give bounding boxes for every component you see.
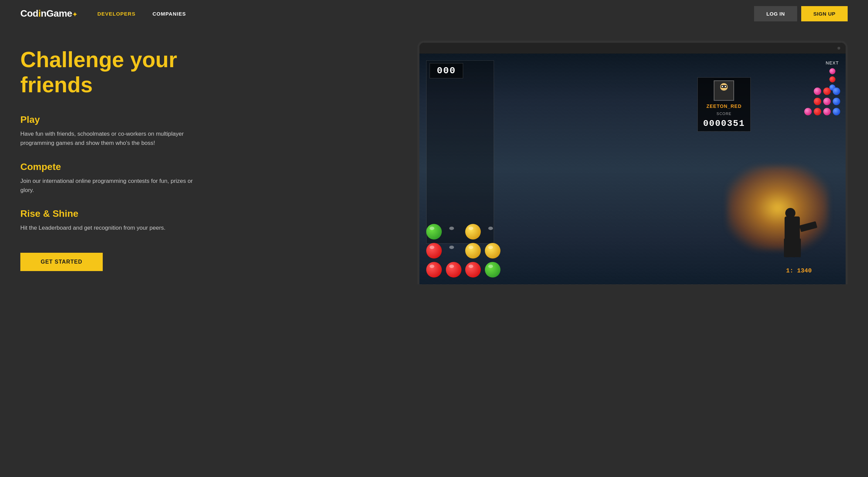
feature-play-desc: Have fun with friends, schoolmates or co… xyxy=(20,129,197,148)
right-ball-row-3 xyxy=(804,108,840,115)
next-label: NEXT xyxy=(826,60,839,65)
avatar-head xyxy=(720,83,728,91)
signup-button[interactable]: SIGN UP xyxy=(801,6,848,21)
bottom-balls-grid xyxy=(426,224,501,278)
nav-links: DEVELOPERS COMPANIES xyxy=(97,11,186,17)
navbar: CodinGame✦ DEVELOPERS COMPANIES LOG IN S… xyxy=(0,0,868,27)
right-balls-panel xyxy=(804,88,840,115)
cta-button[interactable]: GET STARTED xyxy=(20,253,103,271)
next-piece-1 xyxy=(829,68,835,74)
score-top-panel: 000 xyxy=(430,63,463,78)
feature-compete: Compete Join our international online pr… xyxy=(20,161,404,195)
ball-y3 xyxy=(485,243,500,259)
login-button[interactable]: LOG IN xyxy=(754,6,797,21)
nav-companies[interactable]: COMPANIES xyxy=(153,11,186,17)
avatar-figure xyxy=(716,83,731,98)
right-ball-row-2 xyxy=(804,98,840,105)
small-ball-7 xyxy=(804,108,812,115)
left-content: Challenge your friends Play Have fun wit… xyxy=(20,41,417,271)
score-label: SCORE xyxy=(716,112,731,116)
tablet-frame: 000 ZEETON_RED SCORE xyxy=(417,41,848,284)
small-ball-4 xyxy=(814,98,821,105)
logo[interactable]: CodinGame✦ xyxy=(20,8,77,19)
small-ball-3 xyxy=(833,88,840,95)
feature-rise-desc: Hit the Leaderboard and get recognition … xyxy=(20,223,197,232)
ball-g2 xyxy=(485,262,500,278)
feature-play: Play Have fun with friends, schoolmates … xyxy=(20,114,404,148)
right-ball-row-1 xyxy=(804,88,840,95)
player-avatar xyxy=(714,80,734,101)
ball-empty-2 xyxy=(485,224,500,240)
small-ball-10 xyxy=(833,108,840,115)
ball-y1 xyxy=(465,224,481,240)
feature-compete-desc: Join our international online programmin… xyxy=(20,176,197,195)
main-container: Challenge your friends Play Have fun wit… xyxy=(0,27,868,477)
logo-text: CodinGame✦ xyxy=(20,8,77,19)
right-content: 000 ZEETON_RED SCORE xyxy=(417,41,848,284)
small-ball-9 xyxy=(823,108,831,115)
small-ball-1 xyxy=(814,88,821,95)
ball-y2 xyxy=(465,243,481,259)
player-panel: ZEETON_RED SCORE 0000351 xyxy=(697,77,751,132)
feature-rise-title: Rise & Shine xyxy=(20,208,404,219)
tablet-top-bar xyxy=(419,43,846,54)
nav-developers[interactable]: DEVELOPERS xyxy=(97,11,136,17)
ball-r1 xyxy=(426,243,442,259)
bottom-score: 1: 1340 xyxy=(786,267,812,274)
nav-left: CodinGame✦ DEVELOPERS COMPANIES xyxy=(20,8,186,19)
feature-rise: Rise & Shine Hit the Leaderboard and get… xyxy=(20,208,404,232)
small-ball-5 xyxy=(823,98,831,105)
feature-compete-title: Compete xyxy=(20,161,404,172)
tablet-camera xyxy=(837,47,840,50)
feature-play-title: Play xyxy=(20,114,404,125)
ball-g1 xyxy=(426,224,442,240)
hero-title: Challenge your friends xyxy=(20,47,404,97)
ball-empty-1 xyxy=(446,224,461,240)
small-ball-8 xyxy=(814,108,821,115)
ball-r4 xyxy=(465,262,481,278)
ball-r2 xyxy=(426,262,442,278)
ball-empty-3 xyxy=(446,243,461,259)
nav-actions: LOG IN SIGN UP xyxy=(754,6,848,21)
small-ball-6 xyxy=(833,98,840,105)
ball-r3 xyxy=(446,262,461,278)
game-left-box xyxy=(426,60,494,244)
next-piece-2 xyxy=(829,76,835,82)
game-screen: 000 ZEETON_RED SCORE xyxy=(419,54,846,284)
score-top-number: 000 xyxy=(437,65,456,76)
small-ball-2 xyxy=(823,88,831,95)
next-panel: NEXT xyxy=(826,60,839,91)
game-bottom-area xyxy=(419,217,846,284)
player-name: ZEETON_RED xyxy=(706,103,742,109)
score-value: 0000351 xyxy=(703,118,745,129)
